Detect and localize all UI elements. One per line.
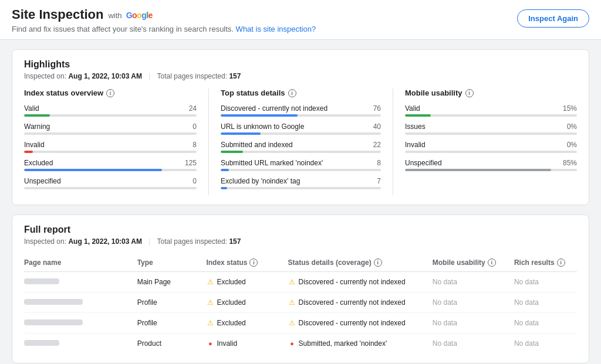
full-report-table: Page name Type Index status i Status det… — [24, 254, 577, 353]
top-status-row-3: Submitted URL marked 'noindex' 8 — [221, 159, 381, 171]
mobile-no-data: No data — [433, 278, 457, 286]
index-status-section: Index status overview i Valid 24 Warning… — [24, 89, 208, 195]
excluded-icon: ⚠ — [206, 278, 214, 286]
mobile-no-data: No data — [433, 339, 457, 348]
index-status-info-icon[interactable]: i — [106, 89, 114, 97]
td-rich-results: No data — [514, 272, 577, 292]
index-invalid-row: Invalid 8 — [24, 141, 197, 153]
status-detail-badge: ● Submitted, marked 'noindex' — [288, 339, 387, 348]
rich-results-col-info-icon[interactable]: i — [557, 258, 565, 267]
header-left: Site Inspection with Google Find and fix… — [12, 7, 316, 33]
td-page-name — [24, 313, 137, 334]
td-status-detail: ⚠ Discovered - currently not indexed — [288, 313, 433, 334]
highlights-date: Aug 1, 2022, 10:03 AM — [68, 72, 142, 80]
col-index-status: Index status i — [206, 254, 288, 272]
highlights-title: Highlights — [24, 59, 577, 70]
td-mobile-usability: No data — [433, 334, 514, 354]
col-rich-results: Rich results i — [514, 254, 577, 272]
page-name-blur — [24, 299, 83, 305]
excluded-detail-icon: ⚠ — [288, 298, 296, 307]
excluded-icon: ⚠ — [206, 319, 214, 327]
mobile-issues-row: Issues 0% — [405, 123, 577, 135]
td-type: Profile — [137, 313, 207, 334]
top-status-row-1: URL is unknown to Google 40 — [221, 123, 381, 135]
mobile-valid-row: Valid 15% — [405, 104, 577, 117]
header: Site Inspection with Google Find and fix… — [0, 0, 601, 40]
top-status-section: Top status details i Discovered - curren… — [208, 89, 393, 195]
top-status-title: Top status details i — [221, 89, 381, 97]
table-row[interactable]: Main Page⚠ Excluded⚠ Discovered - curren… — [24, 272, 577, 292]
mobile-usability-col-info-icon[interactable]: i — [488, 258, 496, 267]
with-google: with Google — [108, 11, 152, 20]
excluded-detail-icon: ⚠ — [288, 319, 296, 327]
td-rich-results: No data — [514, 334, 577, 354]
td-mobile-usability: No data — [433, 272, 514, 292]
full-report-total-pages: 157 — [229, 237, 241, 246]
highlights-card: Highlights Inspected on: Aug 1, 2022, 10… — [12, 49, 589, 205]
index-status-title: Index status overview i — [24, 89, 197, 97]
excluded-detail-icon: ⚠ — [288, 278, 296, 286]
td-index-status: ● Invalid — [206, 334, 288, 354]
index-status-badge: ⚠ Excluded — [206, 278, 245, 286]
td-type: Main Page — [137, 272, 207, 292]
table-header-row: Page name Type Index status i Status det… — [24, 254, 577, 272]
status-details-col-info-icon[interactable]: i — [374, 258, 382, 267]
full-report-title: Full report — [24, 224, 577, 235]
mobile-usability-section: Mobile usability i Valid 15% Issues 0% — [393, 89, 577, 195]
mobile-usability-title: Mobile usability i — [405, 89, 577, 97]
top-status-row-4: Excluded by 'noindex' tag 7 — [221, 177, 381, 189]
index-status-col-info-icon[interactable]: i — [249, 258, 258, 267]
rich-no-data: No data — [514, 319, 539, 327]
what-is-site-inspection-link[interactable]: What is site inspection? — [236, 25, 316, 33]
mobile-usability-info-icon[interactable]: i — [465, 89, 474, 97]
main-content: Highlights Inspected on: Aug 1, 2022, 10… — [0, 40, 601, 364]
inspect-again-button[interactable]: Inspect Again — [517, 9, 589, 28]
td-page-name — [24, 334, 137, 354]
index-warning-row: Warning 0 — [24, 123, 197, 135]
page-title: Site Inspection — [12, 7, 103, 22]
col-mobile-usability: Mobile usability i — [433, 254, 514, 272]
index-unspecified-row: Unspecified 0 — [24, 177, 197, 189]
invalid-detail-icon: ● — [288, 339, 296, 348]
index-valid-row: Valid 24 — [24, 104, 197, 117]
td-status-detail: ● Submitted, marked 'noindex' — [288, 334, 433, 354]
top-status-info-icon[interactable]: i — [288, 89, 296, 97]
td-index-status: ⚠ Excluded — [206, 272, 288, 292]
td-status-detail: ⚠ Discovered - currently not indexed — [288, 292, 433, 313]
col-status-details: Status details (coverage) i — [288, 254, 433, 272]
top-status-row-2: Submitted and indexed 22 — [221, 141, 381, 153]
index-status-badge: ⚠ Excluded — [206, 298, 245, 307]
highlights-grid: Index status overview i Valid 24 Warning… — [24, 89, 577, 195]
td-type: Product — [137, 334, 207, 354]
full-report-date: Aug 1, 2022, 10:03 AM — [68, 237, 142, 246]
index-excluded-row: Excluded 125 — [24, 159, 197, 171]
td-rich-results: No data — [514, 292, 577, 313]
td-status-detail: ⚠ Discovered - currently not indexed — [288, 272, 433, 292]
invalid-icon: ● — [206, 339, 214, 348]
td-page-name — [24, 272, 137, 292]
highlights-total-pages: 157 — [229, 72, 241, 80]
col-type: Type — [137, 254, 207, 272]
excluded-icon: ⚠ — [206, 298, 214, 307]
page-name-blur — [24, 340, 59, 346]
rich-no-data: No data — [514, 298, 539, 307]
highlights-meta: Inspected on: Aug 1, 2022, 10:03 AM | To… — [24, 72, 577, 80]
td-page-name — [24, 292, 137, 313]
table-row[interactable]: Product● Invalid● Submitted, marked 'noi… — [24, 334, 577, 354]
full-report-card: Full report Inspected on: Aug 1, 2022, 1… — [12, 215, 589, 363]
table-row[interactable]: Profile⚠ Excluded⚠ Discovered - currentl… — [24, 313, 577, 334]
status-detail-badge: ⚠ Discovered - currently not indexed — [288, 278, 406, 286]
status-detail-badge: ⚠ Discovered - currently not indexed — [288, 298, 406, 307]
td-index-status: ⚠ Excluded — [206, 292, 288, 313]
index-status-badge: ● Invalid — [206, 339, 237, 348]
mobile-no-data: No data — [433, 298, 457, 307]
col-page-name: Page name — [24, 254, 137, 272]
full-report-meta: Inspected on: Aug 1, 2022, 10:03 AM | To… — [24, 237, 577, 246]
page-name-blur — [24, 278, 59, 284]
header-title-row: Site Inspection with Google — [12, 7, 316, 22]
header-subtitle: Find and fix issues that affect your sit… — [12, 25, 316, 33]
td-index-status: ⚠ Excluded — [206, 313, 288, 334]
mobile-unspecified-row: Unspecified 85% — [405, 159, 577, 171]
table-row[interactable]: Profile⚠ Excluded⚠ Discovered - currentl… — [24, 292, 577, 313]
google-logo: Google — [124, 11, 153, 20]
